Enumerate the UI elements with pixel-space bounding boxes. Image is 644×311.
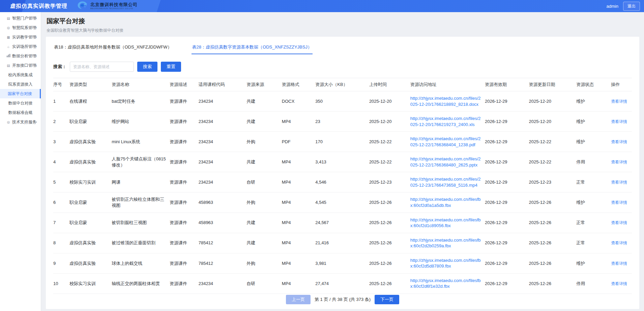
column-header-size: 资源大小（KB） (315, 78, 369, 91)
venue-icon: ⌂ (6, 45, 11, 49)
sidebar-item-campus-integration[interactable]: 校内系统集成 (0, 70, 41, 80)
sidebar-item-open-interface[interactable]: ▤ 开放接口管理 ▲ (0, 61, 41, 70)
view-detail-link[interactable]: 查看详情 (611, 261, 627, 266)
cell-size: 27,474 (315, 273, 369, 293)
company-name-cn: 北京微训科技有限公司 (90, 2, 138, 7)
cell-status: 维护 (576, 132, 611, 152)
column-header-update_date: 资源更新日期 (529, 78, 576, 91)
search-button[interactable]: 搜索 (137, 62, 157, 72)
sidebar-item-training-teaching[interactable]: ▦ 实训教学管理 ▼ (0, 32, 41, 42)
sidebar-item-label: 智慧院系管理 (12, 25, 36, 31)
view-detail-link[interactable]: 查看详情 (611, 139, 627, 144)
column-header-action: 操作 (611, 78, 632, 91)
teaching-icon: ▦ (6, 35, 11, 39)
logout-button[interactable]: 退出 (623, 2, 640, 11)
table-row: 9虚拟仿真实验球体上的截交线资源课件785412外购MP43,9812025-1… (53, 253, 632, 273)
cell-source: 共建 (246, 91, 282, 112)
cell-valid_until: 2026-12-29 (485, 213, 529, 233)
resource-url-link[interactable]: http://zhjysx.imetaedu.com.cn/filesfbx:6… (410, 238, 481, 249)
cell-url: http://zhjysx.imetaedu.com.cn/filesfbx:6… (410, 253, 485, 273)
sidebar-item-smart-department[interactable]: ◎ 智慧院系管理 ▼ (0, 23, 41, 32)
cell-valid_until: 2026-12-29 (485, 233, 529, 253)
sidebar-item-smart-portal[interactable]: ▤ 智慧门户管理 ▼ (0, 13, 41, 23)
cell-url: http://zhjysx.imetaedu.com.cn/files/2025… (410, 91, 485, 112)
cell-desc: 资源课件 (170, 91, 199, 112)
cell-name: bat定时任务 (112, 91, 170, 112)
sidebar-item-label: 实训教学管理 (12, 34, 36, 40)
cell-source: 自研 (246, 273, 282, 293)
top-header-bar: 虚拟仿真实训教学管理 北京微训科技有限公司 BEIJINGWEIXUN TECH… (0, 0, 644, 12)
cell-course_code: 234234 (199, 91, 246, 112)
resource-url-link[interactable]: http://zhjysx.imetaedu.com.cn/filesfbx:6… (410, 258, 481, 269)
cell-format: MP4 (282, 233, 316, 253)
cell-name: 网课 (112, 172, 170, 192)
table-header: 序号资源类型资源名称资源描述适用课程代码资源来源资源格式资源大小（KB）上传时间… (53, 78, 632, 91)
cell-valid_until: 2026-12-29 (485, 192, 529, 213)
sidebar-item-label: 开放接口管理 (12, 63, 36, 68)
cell-size: 4,546 (315, 172, 369, 192)
cell-type: 虚拟仿真实验 (69, 132, 112, 152)
view-detail-link[interactable]: 查看详情 (611, 241, 627, 245)
sidebar-item-national-platform[interactable]: 国家平台对接 (0, 89, 41, 98)
sidebar-item-tech-support[interactable]: ◎ 技术支持服务 ▼ (0, 117, 41, 127)
sidebar-item-label: 技术支持服务 (12, 119, 36, 125)
resource-url-link[interactable]: http://zhjysx.imetaedu.com.cn/files/2025… (410, 136, 481, 147)
view-detail-link[interactable]: 查看详情 (611, 200, 627, 205)
search-input[interactable] (70, 62, 134, 72)
cell-upload_time: 2025-12-26 (369, 253, 410, 273)
view-detail-link[interactable]: 查看详情 (611, 160, 627, 164)
cell-upload_time: 2025-12-20 (369, 91, 410, 112)
table-row: 3虚拟仿真实验mini Linux系统资源课件234234外购PDF170202… (53, 132, 632, 152)
prev-page-button[interactable]: 上一页 (286, 295, 311, 304)
column-header-source: 资源来源 (246, 78, 282, 91)
cell-name: 被过锥顶的正垂面切割 (112, 233, 170, 253)
cell-url: http://zhjysx.imetaedu.com.cn/files/2025… (410, 112, 485, 132)
cell-desc: 资源课件 (170, 172, 199, 192)
tab-table28[interactable]: 表28：虚拟仿真数字资源基本数据（ODS_XNFZSZZYJBSJ） (192, 43, 313, 54)
cell-status: 维护 (576, 192, 611, 213)
resource-url-link[interactable]: http://zhjysx.imetaedu.com.cn/filesfbx:6… (410, 197, 481, 208)
cell-name: 维护网站 (112, 112, 170, 132)
cell-format: PDF (282, 132, 316, 152)
sidebar-item-data-standard-compliance[interactable]: 数据标准合规 (0, 108, 41, 117)
cell-seq: 8 (53, 233, 69, 253)
cell-desc: 资源课件 (170, 213, 199, 233)
view-detail-link[interactable]: 查看详情 (611, 220, 627, 225)
view-detail-link[interactable]: 查看详情 (611, 119, 627, 124)
resource-url-link[interactable]: http://zhjysx.imetaedu.com.cn/files/2025… (410, 156, 481, 167)
cell-name: 被切割圆柱三视图 (112, 213, 170, 233)
cell-status: 正常 (576, 233, 611, 253)
sidebar-item-department-resource-access[interactable]: 院系资源接入 (0, 80, 41, 89)
reset-button[interactable]: 重置 (161, 62, 181, 72)
cell-size: 170 (315, 132, 369, 152)
sidebar-navigation: ▤ 智慧门户管理 ▼ ◎ 智慧院系管理 ▼ ▦ 实训教学管理 ▼ ⌂ 实训场所管… (0, 12, 41, 311)
cell-action: 查看详情 (611, 253, 632, 273)
cell-format: MP4 (282, 152, 316, 172)
resource-url-link[interactable]: http://zhjysx.imetaedu.com.cn/filesfbx:6… (410, 278, 481, 289)
cell-status: 停用 (576, 152, 611, 172)
resource-url-link[interactable]: http://zhjysx.imetaedu.com.cn/files/2025… (410, 177, 481, 188)
tab-table18[interactable]: 表18：虚拟仿真基地对外服务数据（ODS_XNFZJDDWFW） (53, 43, 173, 54)
resource-url-link[interactable]: http://zhjysx.imetaedu.com.cn/files/2025… (410, 116, 481, 127)
table-row: 10校际实习实训轴线正交的两圆柱体相贯资源课件234234自研MP427,474… (53, 273, 632, 293)
cell-action: 查看详情 (611, 132, 632, 152)
cell-name: 轴线正交的两圆柱体相贯 (112, 273, 170, 293)
resource-url-link[interactable]: http://zhjysx.imetaedu.com.cn/files/2025… (410, 96, 481, 107)
view-detail-link[interactable]: 查看详情 (611, 180, 627, 185)
interface-icon: ▤ (6, 64, 11, 67)
sidebar-item-training-venue[interactable]: ⌂ 实训场所管理 ▼ (0, 42, 41, 51)
page-title: 国家平台对接 (47, 17, 639, 26)
view-detail-link[interactable]: 查看详情 (611, 281, 627, 286)
view-detail-link[interactable]: 查看详情 (611, 99, 627, 104)
cell-size: 350 (315, 91, 369, 112)
sidebar-item-data-middle-platform[interactable]: 数据中台对接 (0, 98, 41, 108)
cell-desc: 资源课件 (170, 253, 199, 273)
cell-type: 在线课程 (69, 91, 112, 112)
resource-url-link[interactable]: http://zhjysx.imetaedu.com.cn/filesfbx:6… (410, 217, 481, 228)
cell-action: 查看详情 (611, 192, 632, 213)
next-page-button[interactable]: 下一页 (375, 295, 399, 304)
sidebar-item-data-analysis[interactable]: 数据分析管理 ▼ (0, 51, 41, 61)
sidebar-item-label: 数据分析管理 (12, 53, 36, 59)
cell-valid_until: 2026-12-29 (485, 253, 529, 273)
cell-upload_time: 2025-12-26 (369, 192, 410, 213)
